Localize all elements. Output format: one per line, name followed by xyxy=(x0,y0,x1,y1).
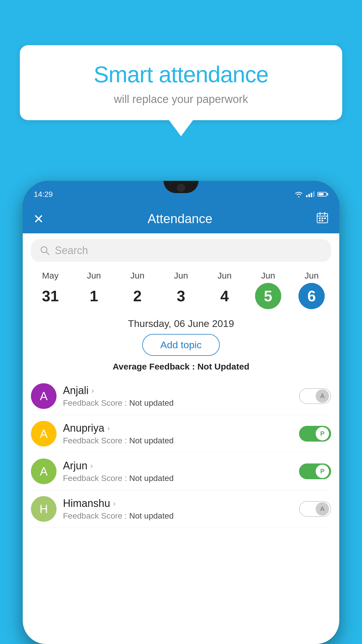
cal-date-number[interactable]: 4 xyxy=(211,283,238,309)
student-feedback-score: Feedback Score : Not updated xyxy=(63,511,293,521)
student-row[interactable]: AAnjali ›Feedback Score : Not updatedA xyxy=(31,377,331,415)
close-button[interactable]: ✕ xyxy=(33,211,44,226)
chevron-icon: › xyxy=(90,461,93,470)
calendar-day[interactable]: May31 xyxy=(31,271,69,309)
avg-feedback-value: Not Updated xyxy=(197,362,249,371)
student-name: Anupriya › xyxy=(63,422,293,434)
calendar-day[interactable]: Jun2 xyxy=(119,271,157,309)
calendar-day[interactable]: Jun5 xyxy=(249,271,287,309)
cal-month-label: May xyxy=(42,271,59,281)
cal-month-label: Jun xyxy=(261,271,275,281)
search-placeholder: Search xyxy=(55,244,88,257)
calendar-day[interactable]: Jun6 xyxy=(293,271,331,309)
header-title: Attendance xyxy=(147,211,212,226)
status-bar: 14:29 xyxy=(23,181,339,204)
student-avatar: A xyxy=(31,459,57,484)
cal-date-number[interactable]: 31 xyxy=(37,283,64,309)
chevron-icon: › xyxy=(107,424,110,433)
student-name: Arjun › xyxy=(63,460,293,472)
search-icon xyxy=(40,245,50,256)
student-row[interactable]: AAnupriya ›Feedback Score : Not updatedP xyxy=(31,415,331,453)
svg-line-10 xyxy=(46,252,49,255)
student-row[interactable]: AArjun ›Feedback Score : Not updatedP xyxy=(31,453,331,490)
student-feedback-score: Feedback Score : Not updated xyxy=(63,398,293,408)
wifi-icon xyxy=(294,191,303,197)
student-info: Arjun ›Feedback Score : Not updated xyxy=(63,460,293,483)
bubble-subtitle: will replace your paperwork xyxy=(37,93,325,106)
student-name: Himanshu › xyxy=(63,497,293,510)
selected-date-display: Thursday, 06 June 2019 xyxy=(23,315,339,334)
student-feedback-score: Feedback Score : Not updated xyxy=(63,436,293,445)
avg-feedback-label: Average Feedback : xyxy=(113,362,197,371)
feedback-value: Not updated xyxy=(129,511,174,520)
calendar-strip: May31Jun1Jun2Jun3Jun4Jun5Jun6 xyxy=(23,268,339,315)
student-name: Anjali › xyxy=(63,384,293,397)
cal-month-label: Jun xyxy=(305,271,319,281)
average-feedback: Average Feedback : Not Updated xyxy=(23,362,339,377)
status-icons xyxy=(294,191,328,197)
cal-month-label: Jun xyxy=(87,271,101,281)
student-avatar: A xyxy=(31,421,57,447)
cal-month-label: Jun xyxy=(130,271,144,281)
toggle-off[interactable]: A xyxy=(299,501,331,517)
attendance-toggle[interactable]: P xyxy=(299,463,331,479)
signal-icon xyxy=(306,191,314,197)
toggle-knob: A xyxy=(316,502,329,516)
cal-date-number[interactable]: 3 xyxy=(168,283,194,309)
cal-date-number[interactable]: 5 xyxy=(255,283,281,309)
feedback-value: Not updated xyxy=(129,474,174,483)
toggle-off[interactable]: A xyxy=(299,388,331,404)
cal-date-number[interactable]: 1 xyxy=(81,283,107,309)
search-bar[interactable]: Search xyxy=(31,239,331,262)
student-info: Himanshu ›Feedback Score : Not updated xyxy=(63,497,293,521)
svg-rect-5 xyxy=(321,218,323,219)
app-header: ✕ Attendance xyxy=(23,204,339,233)
phone-screen: Search May31Jun1Jun2Jun3Jun4Jun5Jun6 Thu… xyxy=(23,233,339,644)
toggle-on[interactable]: P xyxy=(299,463,331,479)
calendar-icon[interactable] xyxy=(316,211,329,227)
student-list: AAnjali ›Feedback Score : Not updatedAAA… xyxy=(23,377,339,528)
toggle-knob: P xyxy=(316,427,329,440)
feedback-value: Not updated xyxy=(129,436,174,445)
svg-rect-4 xyxy=(319,218,321,219)
calendar-day[interactable]: Jun3 xyxy=(162,271,200,309)
svg-rect-7 xyxy=(319,220,321,221)
student-avatar: H xyxy=(31,496,57,522)
cal-month-label: Jun xyxy=(174,271,188,281)
toggle-on[interactable]: P xyxy=(299,426,331,442)
add-topic-button[interactable]: Add topic xyxy=(142,334,220,356)
toggle-knob: A xyxy=(316,389,329,403)
cal-month-label: Jun xyxy=(217,271,231,281)
battery-icon xyxy=(317,192,328,197)
calendar-day[interactable]: Jun1 xyxy=(75,271,113,309)
bubble-title: Smart attendance xyxy=(37,61,325,88)
feedback-value: Not updated xyxy=(129,398,174,407)
svg-rect-6 xyxy=(324,218,326,219)
toggle-knob: P xyxy=(316,465,329,478)
cal-date-number[interactable]: 2 xyxy=(124,283,151,309)
student-info: Anjali ›Feedback Score : Not updated xyxy=(63,384,293,408)
svg-rect-8 xyxy=(321,220,323,221)
attendance-toggle[interactable]: P xyxy=(299,426,331,442)
speech-bubble-container: Smart attendance will replace your paper… xyxy=(20,45,342,120)
chevron-icon: › xyxy=(92,386,94,395)
chevron-icon: › xyxy=(113,499,116,508)
calendar-day[interactable]: Jun4 xyxy=(205,271,243,309)
attendance-toggle[interactable]: A xyxy=(299,388,331,404)
cal-date-number[interactable]: 6 xyxy=(298,283,325,309)
speech-bubble: Smart attendance will replace your paper… xyxy=(20,45,342,120)
attendance-toggle[interactable]: A xyxy=(299,501,331,517)
student-avatar: A xyxy=(31,383,57,409)
phone-frame: 14:29 ✕ xyxy=(23,181,339,644)
student-row[interactable]: HHimanshu ›Feedback Score : Not updatedA xyxy=(31,490,331,528)
student-info: Anupriya ›Feedback Score : Not updated xyxy=(63,422,293,445)
student-feedback-score: Feedback Score : Not updated xyxy=(63,474,293,483)
status-time: 14:29 xyxy=(34,190,53,199)
notch-camera xyxy=(177,184,185,192)
